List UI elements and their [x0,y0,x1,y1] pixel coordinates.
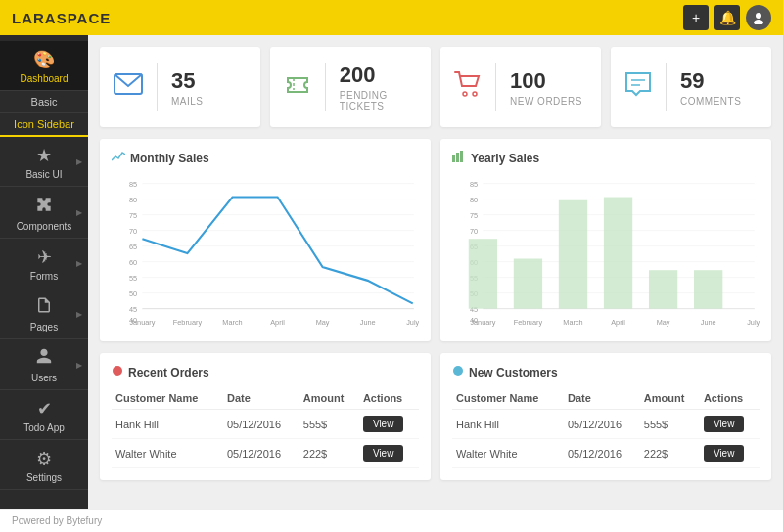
sidebar-item-dashboard[interactable]: 🎨 Dashboard [0,41,88,91]
customer-name: Walter White [112,439,223,468]
order-action: View [359,439,419,468]
svg-text:April: April [270,318,285,327]
footer-text: Powered by Bytefury [12,515,102,526]
sidebar-item-forms[interactable]: ✈ Forms ▶ [0,239,88,288]
svg-rect-57 [469,239,497,308]
customer-action: View [700,439,760,468]
sidebar-item-users[interactable]: Users ▶ [0,339,88,390]
sidebar-item-icon-sidebar[interactable]: Icon Sidebar [0,113,88,137]
order-action: View [359,410,419,439]
sidebar-item-settings[interactable]: ⚙ Settings [0,440,88,490]
new-customers-title: New Customers [452,365,760,379]
tables-row: Recent Orders Customer Name Date Amount … [100,353,771,480]
svg-text:May: May [316,318,330,327]
users-icon [35,347,53,370]
line-chart-icon [112,151,125,165]
cart-icon [454,71,482,104]
svg-text:January: January [470,318,495,327]
table-row: Hank Hill 05/12/2016 555$ View [112,410,419,439]
divider [325,63,326,111]
comments-number: 59 [680,68,741,94]
stat-cards: 35 MAILS 200 PENDING TICKETS [100,47,771,127]
content-area: 35 MAILS 200 PENDING TICKETS [88,35,783,509]
chevron-right-icon: ▶ [76,360,82,369]
customer-date: 05/12/2016 [564,410,640,439]
star-icon: ★ [36,145,52,166]
svg-rect-37 [460,151,463,162]
stat-card-tickets: 200 PENDING TICKETS [270,47,431,127]
comments-label: COMMENTS [680,96,741,107]
divider [666,63,667,111]
comment-icon [624,71,652,104]
table-row: Walter White 05/12/2016 222$ View [112,439,419,468]
svg-point-0 [756,13,761,19]
svg-point-5 [473,92,477,96]
sidebar-item-basic-ui[interactable]: ★ Basic UI ▶ [0,137,88,187]
svg-text:May: May [657,318,670,327]
order-amount: 555$ [299,410,359,439]
col-name: Customer Name [452,387,564,410]
svg-text:June: June [701,318,716,327]
add-button[interactable]: + [683,5,709,30]
ticket-icon [284,70,311,105]
footer: Powered by Bytefury [0,509,783,532]
mails-label: MAILS [171,96,204,107]
mails-number: 35 [171,68,204,94]
sidebar-item-components[interactable]: Components ▶ [0,187,88,239]
svg-text:June: June [360,318,376,327]
svg-point-71 [453,366,463,376]
svg-rect-58 [514,258,542,308]
svg-text:July: July [406,318,419,327]
logo: LARASPACE [12,10,111,26]
svg-rect-35 [452,155,455,162]
view-button[interactable]: View [363,445,404,462]
col-name: Customer Name [112,387,223,410]
topbar-actions: + 🔔 [683,5,771,30]
col-date: Date [223,387,299,410]
sidebar-item-pages[interactable]: Pages ▶ [0,288,88,339]
divider [495,63,496,111]
customer-name: Hank Hill [112,410,223,439]
svg-point-70 [113,366,122,376]
svg-text:65: 65 [129,243,137,251]
col-actions: Actions [359,387,419,410]
customer-name: Walter White [452,439,564,468]
stat-card-orders: 100 NEW ORDERS [440,47,601,127]
chevron-right-icon: ▶ [76,157,82,166]
order-amount: 222$ [299,439,359,468]
table-row: Walter White 05/12/2016 222$ View [452,439,760,468]
recent-orders-title: Recent Orders [112,365,419,379]
svg-text:85: 85 [470,180,478,189]
svg-text:July: July [747,318,760,327]
view-button[interactable]: View [704,416,745,432]
charts-row: Monthly Sales 85 [100,139,771,341]
col-amount: Amount [299,387,359,410]
stat-info-mails: 35 MAILS [171,68,204,107]
svg-rect-36 [456,153,459,162]
orders-title-icon [112,365,123,379]
col-date: Date [564,387,640,410]
view-button[interactable]: View [704,445,745,462]
svg-rect-62 [694,270,722,308]
yearly-chart-title: Yearly Sales [452,151,760,165]
svg-text:70: 70 [470,227,478,236]
avatar-button[interactable] [746,5,771,30]
topbar: LARASPACE + 🔔 [0,0,783,35]
svg-text:April: April [611,318,625,327]
svg-rect-61 [649,270,677,308]
table-row: Hank Hill 05/12/2016 555$ View [452,410,760,439]
puzzle-icon [34,195,54,218]
sidebar-item-basic[interactable]: Basic [0,91,88,113]
svg-text:80: 80 [129,196,137,204]
recent-orders-table: Recent Orders Customer Name Date Amount … [100,353,431,480]
customer-name: Hank Hill [452,410,564,439]
view-button[interactable]: View [363,416,404,432]
order-date: 05/12/2016 [223,439,299,468]
chevron-right-icon: ▶ [76,309,82,318]
sidebar-item-todo[interactable]: ✔ Todo App [0,390,88,440]
svg-text:50: 50 [129,289,137,298]
svg-text:85: 85 [129,180,137,189]
order-date: 05/12/2016 [223,410,299,439]
bell-button[interactable]: 🔔 [714,5,740,30]
chevron-right-icon: ▶ [76,208,82,217]
